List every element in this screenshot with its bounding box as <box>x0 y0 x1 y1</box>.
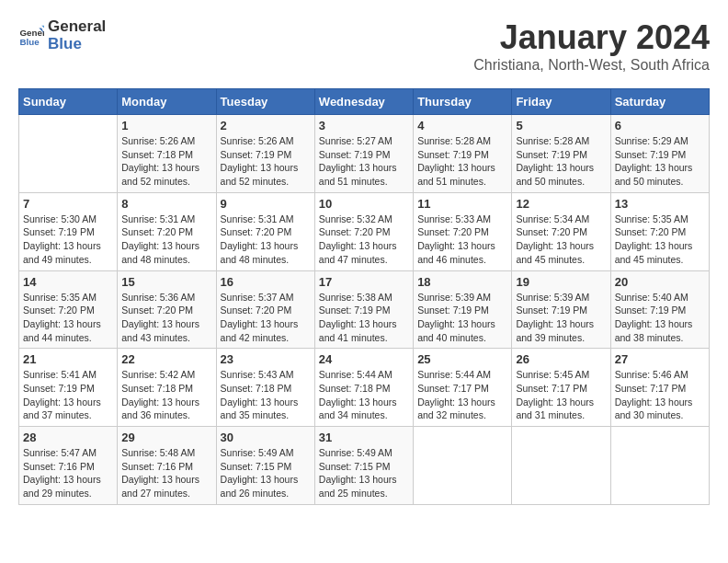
day-detail: Sunrise: 5:47 AM Sunset: 7:16 PM Dayligh… <box>23 446 113 500</box>
day-cell: 13Sunrise: 5:35 AM Sunset: 7:20 PM Dayli… <box>610 192 709 270</box>
day-number: 29 <box>121 431 211 444</box>
day-cell: 29Sunrise: 5:48 AM Sunset: 7:16 PM Dayli… <box>118 427 216 505</box>
day-cell: 8Sunrise: 5:31 AM Sunset: 7:20 PM Daylig… <box>118 192 216 270</box>
day-detail: Sunrise: 5:36 AM Sunset: 7:20 PM Dayligh… <box>121 291 211 345</box>
day-cell: 26Sunrise: 5:45 AM Sunset: 7:17 PM Dayli… <box>512 349 610 427</box>
day-number: 25 <box>417 352 507 366</box>
day-detail: Sunrise: 5:30 AM Sunset: 7:19 PM Dayligh… <box>23 213 113 267</box>
header-cell-tuesday: Tuesday <box>216 89 314 115</box>
day-number: 6 <box>615 119 705 132</box>
day-cell: 6Sunrise: 5:29 AM Sunset: 7:19 PM Daylig… <box>610 115 709 193</box>
day-number: 16 <box>221 275 311 289</box>
day-detail: Sunrise: 5:49 AM Sunset: 7:15 PM Dayligh… <box>319 446 409 500</box>
day-number: 21 <box>23 352 113 366</box>
day-number: 22 <box>121 352 211 366</box>
day-cell: 14Sunrise: 5:35 AM Sunset: 7:20 PM Dayli… <box>19 270 118 349</box>
day-number: 7 <box>23 197 113 211</box>
day-number: 12 <box>516 197 606 211</box>
page-header: General Blue General Blue January 2024 C… <box>18 18 710 74</box>
week-row-2: 7Sunrise: 5:30 AM Sunset: 7:19 PM Daylig… <box>19 192 710 270</box>
location-title: Christiana, North-West, South Africa <box>473 57 710 74</box>
day-cell: 22Sunrise: 5:42 AM Sunset: 7:18 PM Dayli… <box>118 349 216 427</box>
day-cell: 4Sunrise: 5:28 AM Sunset: 7:19 PM Daylig… <box>414 115 512 193</box>
day-number: 13 <box>615 197 705 211</box>
day-detail: Sunrise: 5:44 AM Sunset: 7:18 PM Dayligh… <box>319 368 409 422</box>
day-cell <box>414 427 512 505</box>
header-cell-friday: Friday <box>512 89 610 115</box>
month-title: January 2024 <box>473 18 710 57</box>
day-detail: Sunrise: 5:31 AM Sunset: 7:20 PM Dayligh… <box>221 213 311 267</box>
day-cell: 19Sunrise: 5:39 AM Sunset: 7:19 PM Dayli… <box>512 270 610 349</box>
day-cell: 20Sunrise: 5:40 AM Sunset: 7:19 PM Dayli… <box>610 270 709 349</box>
logo-general-text: General <box>48 18 106 36</box>
day-number: 1 <box>121 119 211 132</box>
day-cell: 28Sunrise: 5:47 AM Sunset: 7:16 PM Dayli… <box>19 427 118 505</box>
day-number: 24 <box>319 352 409 366</box>
day-number: 9 <box>221 197 311 211</box>
day-number: 14 <box>23 275 113 289</box>
day-cell <box>512 427 610 505</box>
day-detail: Sunrise: 5:31 AM Sunset: 7:20 PM Dayligh… <box>121 213 211 267</box>
day-cell: 11Sunrise: 5:33 AM Sunset: 7:20 PM Dayli… <box>414 192 512 270</box>
day-detail: Sunrise: 5:29 AM Sunset: 7:19 PM Dayligh… <box>615 134 705 189</box>
day-cell: 25Sunrise: 5:44 AM Sunset: 7:17 PM Dayli… <box>414 349 512 427</box>
day-cell: 1Sunrise: 5:26 AM Sunset: 7:18 PM Daylig… <box>118 115 216 193</box>
day-detail: Sunrise: 5:26 AM Sunset: 7:19 PM Dayligh… <box>221 134 311 189</box>
day-number: 8 <box>121 197 211 211</box>
week-row-4: 21Sunrise: 5:41 AM Sunset: 7:19 PM Dayli… <box>19 349 710 427</box>
header-cell-thursday: Thursday <box>414 89 512 115</box>
day-cell: 27Sunrise: 5:46 AM Sunset: 7:17 PM Dayli… <box>610 349 709 427</box>
day-number: 11 <box>417 197 507 211</box>
header-cell-wednesday: Wednesday <box>314 89 413 115</box>
day-number: 31 <box>319 431 409 444</box>
day-detail: Sunrise: 5:48 AM Sunset: 7:16 PM Dayligh… <box>121 446 211 500</box>
day-cell: 5Sunrise: 5:28 AM Sunset: 7:19 PM Daylig… <box>512 115 610 193</box>
day-cell <box>610 427 709 505</box>
svg-text:Blue: Blue <box>19 36 40 46</box>
day-number: 15 <box>121 275 211 289</box>
day-number: 26 <box>516 352 606 366</box>
week-row-5: 28Sunrise: 5:47 AM Sunset: 7:16 PM Dayli… <box>19 427 710 505</box>
day-detail: Sunrise: 5:35 AM Sunset: 7:20 PM Dayligh… <box>615 213 705 267</box>
week-row-1: 1Sunrise: 5:26 AM Sunset: 7:18 PM Daylig… <box>19 115 710 193</box>
day-cell: 21Sunrise: 5:41 AM Sunset: 7:19 PM Dayli… <box>19 349 118 427</box>
day-detail: Sunrise: 5:46 AM Sunset: 7:17 PM Dayligh… <box>615 368 705 422</box>
day-number: 27 <box>615 352 705 366</box>
day-number: 28 <box>23 431 113 444</box>
day-cell: 10Sunrise: 5:32 AM Sunset: 7:20 PM Dayli… <box>314 192 413 270</box>
header-cell-saturday: Saturday <box>610 89 709 115</box>
day-number: 17 <box>319 275 409 289</box>
day-number: 18 <box>417 275 507 289</box>
day-cell: 15Sunrise: 5:36 AM Sunset: 7:20 PM Dayli… <box>118 270 216 349</box>
day-detail: Sunrise: 5:39 AM Sunset: 7:19 PM Dayligh… <box>417 291 507 345</box>
title-section: January 2024 Christiana, North-West, Sou… <box>473 18 710 74</box>
week-row-3: 14Sunrise: 5:35 AM Sunset: 7:20 PM Dayli… <box>19 270 710 349</box>
logo: General Blue General Blue <box>18 18 106 52</box>
day-cell: 16Sunrise: 5:37 AM Sunset: 7:20 PM Dayli… <box>216 270 314 349</box>
calendar-table: SundayMondayTuesdayWednesdayThursdayFrid… <box>18 88 710 505</box>
day-detail: Sunrise: 5:28 AM Sunset: 7:19 PM Dayligh… <box>516 134 606 189</box>
logo-blue-text: Blue <box>48 36 106 53</box>
day-cell: 2Sunrise: 5:26 AM Sunset: 7:19 PM Daylig… <box>216 115 314 193</box>
day-detail: Sunrise: 5:40 AM Sunset: 7:19 PM Dayligh… <box>615 291 705 345</box>
day-detail: Sunrise: 5:26 AM Sunset: 7:18 PM Dayligh… <box>121 134 211 189</box>
day-detail: Sunrise: 5:35 AM Sunset: 7:20 PM Dayligh… <box>23 291 113 345</box>
day-cell: 12Sunrise: 5:34 AM Sunset: 7:20 PM Dayli… <box>512 192 610 270</box>
day-number: 19 <box>516 275 606 289</box>
day-detail: Sunrise: 5:34 AM Sunset: 7:20 PM Dayligh… <box>516 213 606 267</box>
day-detail: Sunrise: 5:49 AM Sunset: 7:15 PM Dayligh… <box>221 446 311 500</box>
day-cell: 9Sunrise: 5:31 AM Sunset: 7:20 PM Daylig… <box>216 192 314 270</box>
day-cell: 24Sunrise: 5:44 AM Sunset: 7:18 PM Dayli… <box>314 349 413 427</box>
day-detail: Sunrise: 5:42 AM Sunset: 7:18 PM Dayligh… <box>121 368 211 422</box>
day-number: 23 <box>221 352 311 366</box>
day-detail: Sunrise: 5:38 AM Sunset: 7:19 PM Dayligh… <box>319 291 409 345</box>
logo-icon: General Blue <box>18 23 44 49</box>
day-cell: 31Sunrise: 5:49 AM Sunset: 7:15 PM Dayli… <box>314 427 413 505</box>
header-row: SundayMondayTuesdayWednesdayThursdayFrid… <box>19 89 710 115</box>
day-number: 30 <box>221 431 311 444</box>
day-cell: 7Sunrise: 5:30 AM Sunset: 7:19 PM Daylig… <box>19 192 118 270</box>
day-cell: 23Sunrise: 5:43 AM Sunset: 7:18 PM Dayli… <box>216 349 314 427</box>
day-detail: Sunrise: 5:27 AM Sunset: 7:19 PM Dayligh… <box>319 134 409 189</box>
day-number: 3 <box>319 119 409 132</box>
day-number: 20 <box>615 275 705 289</box>
